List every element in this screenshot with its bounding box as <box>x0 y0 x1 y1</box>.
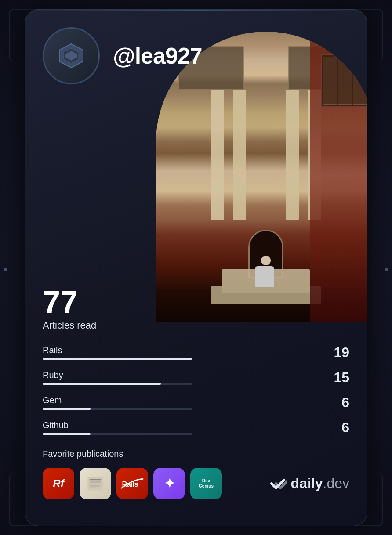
card-content: 77 Articles read Rails 19 <box>43 286 349 499</box>
side-dot-right <box>385 268 388 271</box>
avatar-container <box>43 27 100 84</box>
tag-count-ruby: 15 <box>327 369 349 386</box>
daily-dev-logo: daily.dev <box>268 474 349 493</box>
tag-bar-fill-rails <box>43 358 192 360</box>
articles-count: 77 <box>43 286 349 318</box>
profile-card: @lea927 <box>25 9 367 526</box>
pub-icon-news[interactable] <box>80 468 111 499</box>
pub-icon-rf[interactable]: Rf <box>43 468 74 499</box>
tag-bar-fill-ruby <box>43 383 161 385</box>
tag-info-rails: Rails <box>43 345 319 360</box>
tag-name-rails: Rails <box>43 345 319 355</box>
daily-dev-brand-icon <box>268 474 287 493</box>
tag-info-gem: Gem <box>43 395 319 410</box>
username-display: @lea927 <box>113 43 202 69</box>
svg-text:Rails: Rails <box>122 480 138 488</box>
svg-rect-6 <box>90 484 98 484</box>
svg-rect-7 <box>90 485 100 486</box>
tag-count-github: 6 <box>327 419 349 436</box>
background: @lea927 <box>0 0 392 535</box>
card-header: @lea927 <box>43 27 349 84</box>
articles-section: 77 Articles read <box>43 286 349 331</box>
tag-bar-bg-gem <box>43 408 192 410</box>
username-text: @lea927 <box>113 43 202 69</box>
svg-rect-8 <box>90 487 96 488</box>
tag-row-gem: Gem 6 <box>43 394 349 411</box>
tag-count-gem: 6 <box>327 394 349 411</box>
svg-rect-4 <box>90 479 101 480</box>
tag-bar-bg-github <box>43 433 192 435</box>
svg-rect-5 <box>90 481 101 482</box>
publications-section: Favorite publications Rf <box>43 449 349 499</box>
tag-bar-bg-rails <box>43 358 192 360</box>
tag-row-rails: Rails 19 <box>43 344 349 361</box>
side-dot-left <box>4 268 7 271</box>
publications-label: Favorite publications <box>43 449 349 459</box>
avatar-icon <box>56 40 87 71</box>
tag-count-rails: 19 <box>327 344 349 361</box>
tag-info-ruby: Ruby <box>43 370 319 385</box>
tags-section: Rails 19 Ruby 15 <box>43 344 349 436</box>
articles-label: Articles read <box>43 320 349 331</box>
tag-row-github: Github 6 <box>43 419 349 436</box>
tag-info-github: Github <box>43 420 319 435</box>
pub-icon-rails[interactable]: Rails <box>116 468 148 499</box>
pub-icon-copilot[interactable]: ✦ <box>153 468 185 499</box>
tag-name-github: Github <box>43 420 319 430</box>
tag-name-ruby: Ruby <box>43 370 319 380</box>
tag-bar-fill-gem <box>43 408 91 410</box>
tag-row-ruby: Ruby 15 <box>43 369 349 386</box>
tag-bar-bg-ruby <box>43 383 192 385</box>
tag-bar-fill-github <box>43 433 91 435</box>
tag-name-gem: Gem <box>43 395 319 405</box>
daily-dev-brand-text: daily.dev <box>291 475 349 492</box>
pub-icon-devgenius[interactable]: DevGenius <box>190 468 222 499</box>
publications-icons: Rf <box>43 468 222 499</box>
